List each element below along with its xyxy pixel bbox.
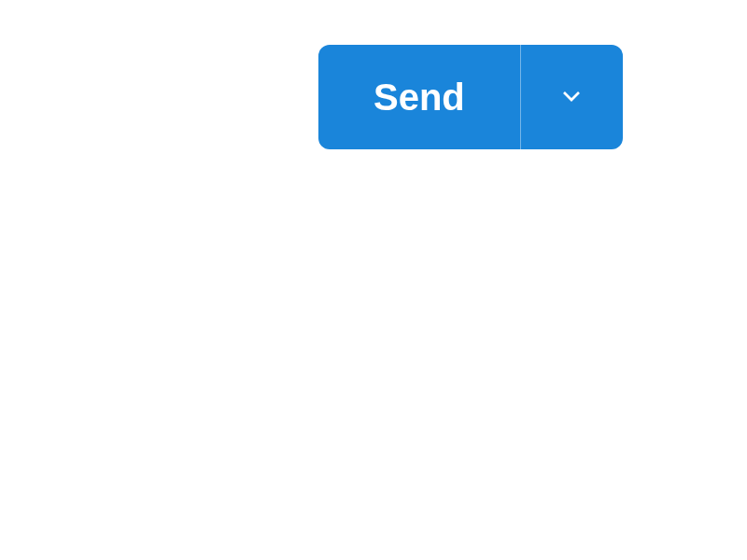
send-dropdown-button[interactable] bbox=[520, 45, 623, 149]
chevron-down-icon bbox=[557, 81, 586, 114]
send-button-label: Send bbox=[374, 77, 465, 119]
send-button[interactable]: Send bbox=[318, 45, 520, 149]
send-split-button: Send bbox=[318, 45, 623, 149]
